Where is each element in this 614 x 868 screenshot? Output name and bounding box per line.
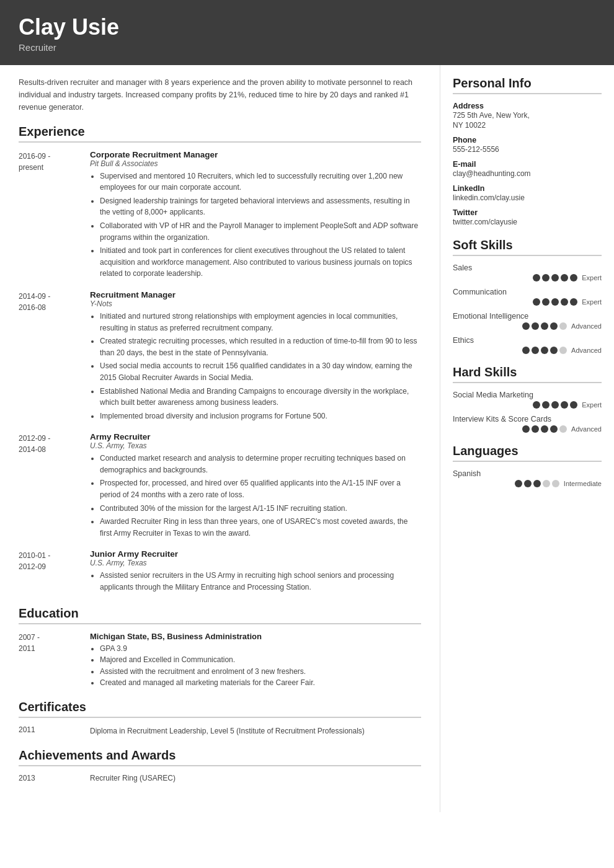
- exp-details: Corporate Recruitment ManagerPit Bull & …: [90, 150, 421, 281]
- filled-dot: [550, 347, 558, 354]
- filled-dot: [570, 298, 577, 306]
- certificates-list: 2011Diploma in Recruitment Leadership, L…: [19, 725, 421, 737]
- personal-info-list: Address725 5th Ave, New York, NY 10022Ph…: [453, 102, 602, 228]
- dots-wrap: [533, 274, 577, 281]
- filled-dot: [532, 347, 539, 354]
- resume-header: Clay Usie Recruiter: [0, 0, 614, 65]
- list-item: Established National Media and Branding …: [100, 386, 421, 409]
- skill-item: CommunicationExpert: [453, 288, 602, 306]
- dots-wrap: [515, 480, 559, 487]
- edu-school: Michigan State, BS, Business Administrat…: [90, 632, 421, 641]
- edu-bullets: GPA 3.9Majored and Excelled in Communica…: [90, 643, 421, 689]
- filled-dot: [561, 274, 568, 281]
- personal-info-item: LinkedInlinkedin.com/clay.usie: [453, 184, 602, 203]
- info-value: twitter.com/clayusie: [453, 217, 602, 228]
- personal-info-item: E-mailclay@headhunting.com: [453, 160, 602, 179]
- awards-list: 2013Recruiter Ring (USAREC): [19, 774, 421, 782]
- candidate-title: Recruiter: [19, 42, 595, 53]
- filled-dot: [532, 322, 539, 330]
- hard-skills-list: Social Media MarketingExpertInterview Ki…: [453, 391, 602, 433]
- exp-job-title: Army Recruiter: [90, 432, 421, 441]
- filled-dot: [551, 401, 559, 409]
- hard-skills-title: Hard Skills: [453, 365, 602, 383]
- skill-level-label: Advanced: [571, 347, 602, 354]
- filled-dot: [533, 274, 540, 281]
- skill-item: Social Media MarketingExpert: [453, 391, 602, 409]
- personal-info-item: Phone555-212-5556: [453, 136, 602, 155]
- filled-dot: [561, 298, 568, 306]
- certificate-entry: 2011Diploma in Recruitment Leadership, L…: [19, 725, 421, 737]
- filled-dot: [561, 401, 568, 409]
- filled-dot: [541, 425, 548, 433]
- cert-year: 2011: [19, 725, 90, 737]
- exp-details: Army RecruiterU.S. Army, TexasConducted …: [90, 432, 421, 541]
- dots-wrap: [522, 425, 567, 433]
- dots-wrap: [522, 347, 567, 354]
- personal-info-item: Address725 5th Ave, New York, NY 10022: [453, 102, 602, 131]
- info-label: Twitter: [453, 208, 602, 217]
- personal-info-item: Twittertwitter.com/clayusie: [453, 208, 602, 228]
- skill-name: Sales: [453, 264, 602, 272]
- dots-wrap: [533, 298, 577, 306]
- filled-dot: [533, 401, 540, 409]
- list-item: Majored and Excelled in Communication.: [100, 654, 421, 666]
- candidate-name: Clay Usie: [19, 15, 595, 40]
- info-label: Phone: [453, 136, 602, 144]
- filled-dot: [533, 480, 541, 487]
- skill-name: Emotional Intelligence: [453, 312, 602, 321]
- skill-dots: Expert: [453, 274, 602, 281]
- exp-date: 2014-09 - 2016-08: [19, 290, 90, 423]
- skill-level-label: Intermediate: [564, 480, 602, 487]
- list-item: Conducted market research and analysis t…: [100, 453, 421, 476]
- exp-date: 2010-01 - 2012-09: [19, 549, 90, 595]
- right-column: Personal Info Address725 5th Ave, New Yo…: [440, 65, 614, 812]
- filled-dot: [515, 480, 522, 487]
- skill-level-label: Expert: [582, 401, 602, 409]
- skill-name: Social Media Marketing: [453, 391, 602, 399]
- awards-title: Achievements and Awards: [19, 748, 421, 766]
- empty-dot: [543, 480, 550, 487]
- list-item: Used social media accounts to recruit 15…: [100, 360, 421, 383]
- list-item: Assisted with the recruitment and enrolm…: [100, 666, 421, 678]
- empty-dot: [559, 425, 567, 433]
- award-year: 2013: [19, 774, 90, 782]
- skill-dots: Intermediate: [453, 480, 602, 487]
- experience-list: 2016-09 - presentCorporate Recruitment M…: [19, 150, 421, 595]
- empty-dot: [559, 347, 567, 354]
- filled-dot: [532, 425, 539, 433]
- exp-company: U.S. Army, Texas: [90, 559, 421, 567]
- skill-dots: Advanced: [453, 425, 602, 433]
- exp-bullets: Assisted senior recruiters in the US Arm…: [90, 570, 421, 593]
- exp-job-title: Junior Army Recruiter: [90, 549, 421, 559]
- skill-dots: Expert: [453, 298, 602, 306]
- list-item: Initiated and took part in conferences f…: [100, 245, 421, 280]
- list-item: Designed leadership trainings for target…: [100, 195, 421, 218]
- filled-dot: [522, 322, 530, 330]
- filled-dot: [541, 347, 548, 354]
- filled-dot: [542, 298, 549, 306]
- filled-dot: [541, 322, 548, 330]
- info-value: 555-212-5556: [453, 144, 602, 155]
- list-item: Initiated and nurtured strong relationsh…: [100, 311, 421, 334]
- info-value: clay@headhunting.com: [453, 169, 602, 179]
- skill-level-label: Advanced: [571, 425, 602, 433]
- skill-level-label: Expert: [582, 274, 602, 281]
- skill-dots: Expert: [453, 401, 602, 409]
- edu-details: Michigan State, BS, Business Administrat…: [90, 632, 421, 689]
- award-entry: 2013Recruiter Ring (USAREC): [19, 774, 421, 782]
- exp-job-title: Recruitment Manager: [90, 290, 421, 299]
- skill-item: EthicsAdvanced: [453, 336, 602, 354]
- skill-item: SalesExpert: [453, 264, 602, 281]
- info-value: linkedin.com/clay.usie: [453, 193, 602, 203]
- empty-dot: [559, 322, 567, 330]
- list-item: Contributed 30% of the mission for the l…: [100, 503, 421, 515]
- list-item: Awarded Recruiter Ring in less than thre…: [100, 516, 421, 539]
- education-title: Education: [19, 606, 421, 624]
- skill-dots: Advanced: [453, 347, 602, 354]
- list-item: GPA 3.9: [100, 643, 421, 655]
- info-label: LinkedIn: [453, 184, 602, 193]
- exp-job-title: Corporate Recruitment Manager: [90, 150, 421, 159]
- filled-dot: [524, 480, 532, 487]
- skill-dots: Advanced: [453, 322, 602, 330]
- exp-bullets: Conducted market research and analysis t…: [90, 453, 421, 539]
